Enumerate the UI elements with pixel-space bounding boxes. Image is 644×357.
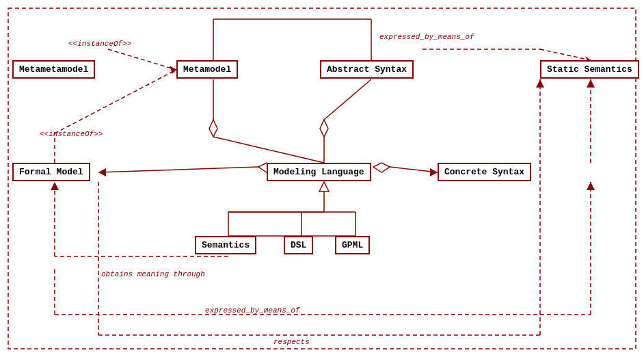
expressed-by-means-of1-label: expressed_by_means_of xyxy=(379,33,474,41)
svg-marker-22 xyxy=(320,120,328,137)
expressed-by-means-of2-label: expressed_by_means_of xyxy=(205,306,300,315)
semantics-node: Semantics xyxy=(195,236,256,254)
formal-model-node: Formal Model xyxy=(12,163,90,181)
dsl-node: DSL xyxy=(284,236,313,254)
svg-marker-34 xyxy=(587,79,595,88)
svg-marker-11 xyxy=(209,120,217,137)
instanceOf2-label: <<instanceOf>> xyxy=(40,130,103,138)
svg-marker-37 xyxy=(51,182,59,190)
svg-marker-45 xyxy=(536,79,544,88)
abstract-syntax-node: Abstract Syntax xyxy=(320,60,414,79)
static-semantics-node: Static Semantics xyxy=(540,60,639,79)
modeling-language-node: Modeling Language xyxy=(267,163,371,181)
gpml-node: GPML xyxy=(335,236,370,254)
svg-line-12 xyxy=(213,137,324,163)
svg-line-16 xyxy=(98,167,258,172)
metamodel-node: Metamodel xyxy=(176,60,238,79)
svg-marker-20 xyxy=(430,168,438,176)
svg-line-23 xyxy=(324,79,371,120)
diagram-container: Metametamodel Metamodel Abstract Syntax … xyxy=(0,0,644,357)
svg-marker-41 xyxy=(587,182,595,190)
svg-marker-32 xyxy=(319,182,329,191)
svg-line-1 xyxy=(108,49,176,70)
svg-marker-17 xyxy=(98,168,106,176)
metametamodel-node: Metametamodel xyxy=(12,60,95,79)
svg-marker-18 xyxy=(373,163,390,172)
concrete-syntax-node: Concrete Syntax xyxy=(438,163,531,181)
respects-label: respects xyxy=(273,338,310,346)
instanceOf1-label: <<instanceOf>> xyxy=(68,40,131,48)
svg-line-14 xyxy=(55,70,176,133)
obtains-meaning-label: obtains meaning through xyxy=(101,270,205,278)
svg-line-8 xyxy=(540,49,591,60)
